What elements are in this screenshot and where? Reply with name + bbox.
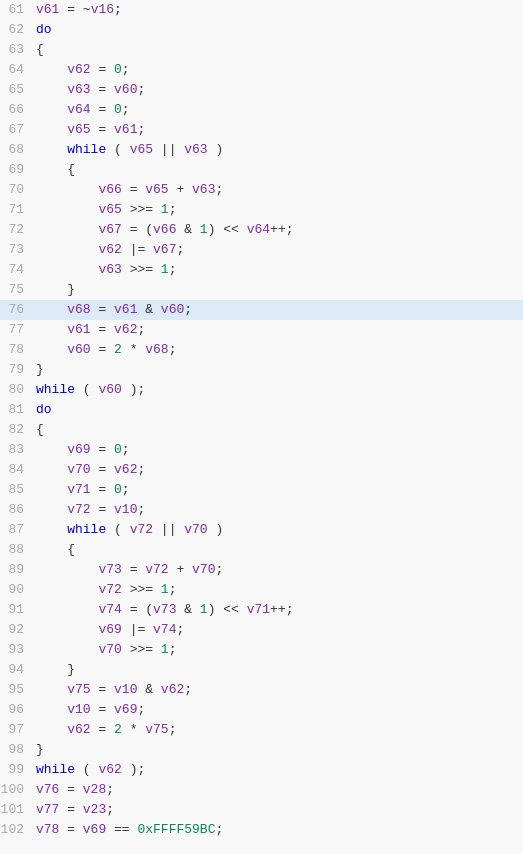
code-token: |= (122, 622, 153, 637)
code-token: v72 (67, 502, 90, 517)
code-token: v63 (98, 262, 121, 277)
line-content: v64 = 0; (32, 100, 523, 120)
code-token (36, 502, 67, 517)
code-token: 0xFFFF59BC (137, 822, 215, 837)
code-token: v68 (67, 302, 90, 317)
code-token: |= (122, 242, 153, 257)
table-row: 77 v61 = v62; (0, 320, 523, 340)
code-token: = (91, 62, 114, 77)
code-token: & (137, 302, 160, 317)
code-token: v64 (247, 222, 270, 237)
line-content: v78 = v69 == 0xFFFF59BC; (32, 820, 523, 840)
line-content: while ( v72 || v70 ) (32, 520, 523, 540)
line-number: 98 (0, 740, 32, 760)
line-number: 101 (0, 800, 32, 820)
code-token: ( (106, 522, 129, 537)
table-row: 86 v72 = v10; (0, 500, 523, 520)
line-content: v61 = v62; (32, 320, 523, 340)
line-content: v65 >>= 1; (32, 200, 523, 220)
code-token: ; (137, 702, 145, 717)
line-number: 82 (0, 420, 32, 440)
code-token: v67 (153, 242, 176, 257)
code-token: v71 (247, 602, 270, 617)
code-token: ; (137, 122, 145, 137)
line-number: 65 (0, 80, 32, 100)
code-token: v70 (98, 642, 121, 657)
code-token: while (67, 522, 106, 537)
line-number: 95 (0, 680, 32, 700)
line-number: 90 (0, 580, 32, 600)
code-token: v62 (67, 722, 90, 737)
line-number: 85 (0, 480, 32, 500)
code-token: ; (137, 462, 145, 477)
code-token: 1 (161, 202, 169, 217)
code-token: ) << (208, 602, 247, 617)
code-token (36, 302, 67, 317)
code-token: v67 (98, 222, 121, 237)
line-number: 100 (0, 780, 32, 800)
line-content: v62 |= v67; (32, 240, 523, 260)
line-number: 63 (0, 40, 32, 60)
code-token: v74 (153, 622, 176, 637)
code-token: >>= (122, 202, 161, 217)
line-content: } (32, 280, 523, 300)
code-token: v61 (114, 122, 137, 137)
code-token: = (91, 82, 114, 97)
code-token: v70 (67, 462, 90, 477)
code-token: v23 (83, 802, 106, 817)
line-content: v10 = v69; (32, 700, 523, 720)
code-token: v62 (98, 242, 121, 257)
table-row: 72 v67 = (v66 & 1) << v64++; (0, 220, 523, 240)
code-token: = (59, 802, 82, 817)
code-token (36, 222, 98, 237)
code-token: = (91, 442, 114, 457)
code-token: ; (169, 262, 177, 277)
code-token: + (169, 182, 192, 197)
table-row: 73 v62 |= v67; (0, 240, 523, 260)
line-number: 80 (0, 380, 32, 400)
table-row: 71 v65 >>= 1; (0, 200, 523, 220)
code-token: = ( (122, 602, 153, 617)
code-token: v10 (67, 702, 90, 717)
code-token: = (91, 462, 114, 477)
code-token: ) << (208, 222, 247, 237)
line-number: 102 (0, 820, 32, 840)
table-row: 81do (0, 400, 523, 420)
line-content: v67 = (v66 & 1) << v64++; (32, 220, 523, 240)
table-row: 74 v63 >>= 1; (0, 260, 523, 280)
line-number: 64 (0, 60, 32, 80)
code-token: v62 (67, 62, 90, 77)
table-row: 83 v69 = 0; (0, 440, 523, 460)
code-token: ; (106, 802, 114, 817)
code-token: v60 (67, 342, 90, 357)
table-row: 92 v69 |= v74; (0, 620, 523, 640)
code-token: ; (137, 502, 145, 517)
code-token: ; (114, 2, 122, 17)
code-token: v63 (184, 142, 207, 157)
table-row: 78 v60 = 2 * v68; (0, 340, 523, 360)
code-token: 2 (114, 342, 122, 357)
code-token: ) (208, 142, 224, 157)
code-token (36, 702, 67, 717)
line-number: 74 (0, 260, 32, 280)
code-token (36, 122, 67, 137)
code-token (36, 522, 67, 537)
table-row: 93 v70 >>= 1; (0, 640, 523, 660)
code-token: * (122, 342, 145, 357)
code-token: = (91, 322, 114, 337)
line-number: 93 (0, 640, 32, 660)
line-content: v63 >>= 1; (32, 260, 523, 280)
line-content: while ( v62 ); (32, 760, 523, 780)
line-content: v76 = v28; (32, 780, 523, 800)
line-content: do (32, 400, 523, 420)
line-number: 88 (0, 540, 32, 560)
table-row: 76 v68 = v61 & v60; (0, 300, 523, 320)
code-token (36, 142, 67, 157)
code-token (36, 582, 98, 597)
code-token: v69 (114, 702, 137, 717)
code-token: } (36, 742, 44, 757)
code-token: ; (169, 202, 177, 217)
code-token: v69 (98, 622, 121, 637)
line-number: 92 (0, 620, 32, 640)
code-token (36, 722, 67, 737)
